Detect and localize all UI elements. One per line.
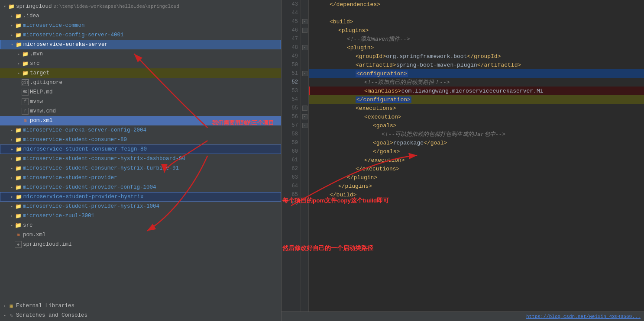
tag-plugins-open: <plugins> xyxy=(338,27,369,34)
common-label: microservice-common xyxy=(23,22,85,29)
gutter-66 xyxy=(301,199,308,208)
fold-56[interactable]: - xyxy=(302,114,307,119)
linenum-55: 55 xyxy=(282,104,301,112)
root-label: springcloud xyxy=(16,3,52,10)
tree-consumer-feign-80[interactable]: 📁 microservice-student-consumer-feign-80 xyxy=(0,144,281,154)
tree-consumer-80[interactable]: 📁 microservice-student-consumer-80 xyxy=(0,135,281,144)
provider-config-icon: 📁 xyxy=(15,184,22,191)
fold-57[interactable]: - xyxy=(302,123,307,128)
tag-goals-close: </goals> xyxy=(373,148,400,155)
tree-common[interactable]: 📁 microservice-common xyxy=(0,21,281,30)
gutter-58 xyxy=(301,130,308,138)
iml-label: springcloud.iml xyxy=(23,241,72,247)
code-45-content: <build> xyxy=(312,19,353,25)
code-line-65: </build> xyxy=(309,190,644,199)
tree-provider-hystrix-1004[interactable]: 📁 microservice-student-provider-hystrix-… xyxy=(0,202,281,211)
tag-execution-close: </execution> xyxy=(364,157,405,164)
tree-pomxml[interactable]: m pom.xml xyxy=(0,116,281,125)
eureka-server-label: microservice-eureka-server xyxy=(23,42,108,48)
hystrix-turbine-arrow xyxy=(9,165,15,171)
fold-51[interactable]: - xyxy=(302,71,307,76)
gutter-50 xyxy=(301,61,308,69)
code-line-51: <configuration> xyxy=(309,69,644,78)
linenum-65: 65 xyxy=(282,190,301,199)
code-line-62: </executions> xyxy=(309,164,644,173)
linenum-66: 66 xyxy=(282,199,301,208)
scratches-and-consoles[interactable]: ✎ Scratches and Consoles xyxy=(0,311,281,320)
hystrix-dashboard-arrow xyxy=(9,156,15,162)
code-line-63: </plugin> xyxy=(309,173,644,182)
tree-target[interactable]: 📁 target xyxy=(0,68,281,78)
provider-hystrix-label: microservice-student-provider-hystrix xyxy=(23,194,144,200)
tree-eureka-config[interactable]: 📁 microservice-eureka-server-config-2004 xyxy=(0,125,281,135)
linenum-58: 58 xyxy=(282,130,301,138)
provider-icon: 📁 xyxy=(15,174,22,181)
tag-mainclass-open: <mainClass> xyxy=(364,88,401,94)
text-groupid: org.springframework.boot xyxy=(386,53,467,60)
provider-config-label: microservice-student-provider-config-100… xyxy=(23,184,156,190)
fold-45[interactable]: - xyxy=(302,19,307,24)
code-52-content: <!--添加自己的启动类路径！--> xyxy=(312,78,450,86)
tree-provider-hystrix[interactable]: 📁 microservice-student-provider-hystrix xyxy=(0,192,281,202)
eureka-config-icon: 📁 xyxy=(15,127,22,134)
provider-hystrix-arrow xyxy=(9,194,15,200)
tree-config-server[interactable]: 📁 microservice-config-server-4001 xyxy=(0,30,281,40)
gutter-60 xyxy=(301,147,308,156)
gutter-65 xyxy=(301,190,308,199)
file-tree-panel: 📁 springcloud D:\temp\idea-worksapse\hel… xyxy=(0,0,282,321)
tree-zuul[interactable]: 📁 microservice-zuul-3001 xyxy=(0,211,281,221)
fold-46[interactable]: - xyxy=(302,28,307,33)
text-mainclass: com.liwangwang.microserviceeurekaserver.… xyxy=(401,88,544,94)
tree-mvn[interactable]: 📁 .mvn xyxy=(0,49,281,59)
linenum-52: 52 xyxy=(282,78,301,87)
code-lines[interactable]: </dependencies> <build> <plugins> < xyxy=(309,0,644,311)
gutter-62 xyxy=(301,164,308,173)
tree-src[interactable]: 📁 src xyxy=(0,59,281,68)
tree-eureka-server[interactable]: 📁 microservice-eureka-server xyxy=(0,40,281,49)
code-47-content: <!--添加maven插件--> xyxy=(312,35,410,43)
tree-idea[interactable]: 📁 .idea xyxy=(0,11,281,21)
gutter-51: - xyxy=(301,69,308,78)
tree-gitignore[interactable]: git .gitignore xyxy=(0,78,281,87)
tag-goal-open: <goal> xyxy=(373,140,393,146)
tree-mvnwcmd[interactable]: f mvnw.cmd xyxy=(0,106,281,116)
code-line-58: <!--可以把依赖的包都打包到生成的Jar包中--> xyxy=(309,130,644,138)
idea-arrow xyxy=(9,13,15,19)
fold-48[interactable]: - xyxy=(302,45,307,50)
tree-springcloud-iml[interactable]: ◆ springcloud.iml xyxy=(0,240,281,249)
tag-config-close: </configuration> xyxy=(356,96,411,103)
provider-hystrix-icon: 📁 xyxy=(15,193,22,200)
linenum-60: 60 xyxy=(282,147,301,156)
linenum-45: 45 xyxy=(282,17,301,26)
tree-hystrix-turbine[interactable]: 📁 microservice-student-consumer-hystrix-… xyxy=(0,164,281,173)
gutter-45: - xyxy=(301,17,308,26)
tree-hystrix-dashboard[interactable]: 📁 microservice-student-consumer-hystrix-… xyxy=(0,154,281,164)
code-61-content: </execution> xyxy=(312,157,405,164)
code-48-content: <plugin> xyxy=(312,45,374,51)
tag-groupid-close: </groupId> xyxy=(467,53,501,60)
tree-help[interactable]: MD HELP.md xyxy=(0,87,281,97)
code-line-59: <goal>repackage</goal> xyxy=(309,138,644,147)
tree-pom-root[interactable]: m pom.xml xyxy=(0,230,281,240)
linenum-62: 62 xyxy=(282,164,301,173)
target-arrow xyxy=(16,70,22,76)
fold-55[interactable]: - xyxy=(302,106,307,111)
tag-goal-close: </goal> xyxy=(424,140,447,146)
zuul-arrow xyxy=(9,213,15,219)
linenum-51: 51 xyxy=(282,69,301,78)
external-libraries[interactable]: ▦ External Libraries xyxy=(0,301,281,311)
tree-root[interactable]: 📁 springcloud D:\temp\idea-worksapse\hel… xyxy=(0,2,281,11)
tree-mvnw[interactable]: f mvnw xyxy=(0,97,281,106)
code-46-content: <plugins> xyxy=(312,27,369,34)
tag-config-open: <configuration> xyxy=(356,71,408,77)
code-line-43: </dependencies> xyxy=(309,0,644,9)
tree-provider-config[interactable]: 📁 microservice-student-provider-config-1… xyxy=(0,183,281,192)
status-url[interactable]: https://blog.csdn.net/weixin_43943569... xyxy=(526,314,641,319)
code-line-54: </configuration> xyxy=(309,95,644,104)
linenum-49: 49 xyxy=(282,52,301,61)
target-folder-icon: 📁 xyxy=(22,70,29,77)
tree-src-root[interactable]: 📁 src xyxy=(0,221,281,230)
tree-provider[interactable]: 📁 microservice-student-provider xyxy=(0,173,281,183)
tag-deps-close: </dependencies> xyxy=(330,1,380,8)
config-server-label: microservice-config-server-4001 xyxy=(23,32,124,38)
